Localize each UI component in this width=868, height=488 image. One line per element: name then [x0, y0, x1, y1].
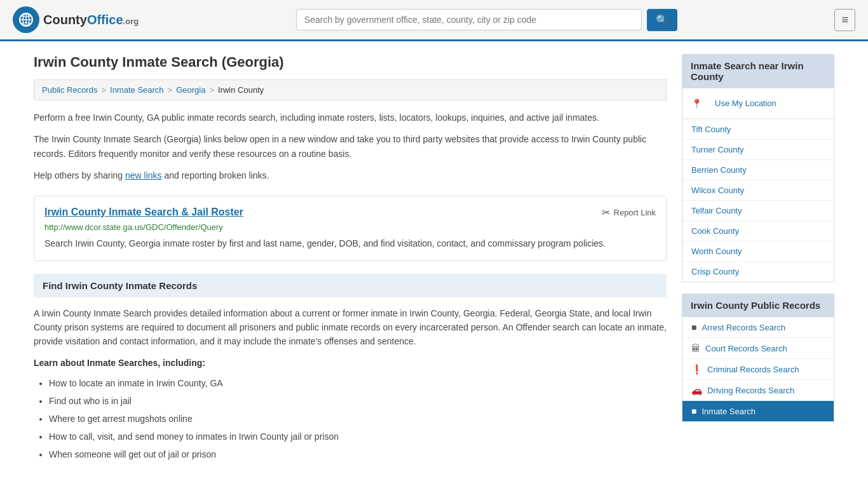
- report-icon: ✂: [602, 207, 610, 219]
- report-link-label: Report Link: [614, 208, 656, 217]
- sidebar: Inmate Search near Irwin County 📍 Use My…: [682, 54, 834, 463]
- sidebar-pr-header: Irwin County Public Records: [682, 294, 834, 317]
- resource-title[interactable]: Irwin County Inmate Search & Jail Roster: [44, 207, 243, 218]
- sidebar-item-cook: Cook County: [682, 221, 834, 241]
- use-location-item: 📍 Use My Location: [682, 88, 834, 119]
- menu-button[interactable]: ≡: [834, 9, 855, 31]
- bullet-item-5: When someone will get out of jail or pri…: [49, 445, 667, 463]
- breadcrumb-inmate-search[interactable]: Inmate Search: [110, 85, 164, 95]
- search-area: 🔍: [296, 9, 677, 31]
- sidebar-link-driving[interactable]: 🚗 Driving Records Search: [682, 380, 834, 400]
- bullet-item-3: Where to get arrest mugshots online: [49, 410, 667, 428]
- sidebar-link-crisp[interactable]: Crisp County: [682, 262, 834, 281]
- new-links-link[interactable]: new links: [125, 170, 162, 180]
- sidebar-item-wilcox: Wilcox County: [682, 180, 834, 201]
- search-input[interactable]: [296, 9, 642, 30]
- sidebar-link-tift[interactable]: Tift County: [682, 119, 834, 139]
- sidebar-link-worth[interactable]: Worth County: [682, 241, 834, 261]
- logo-area: CountyOffice.org: [13, 6, 139, 33]
- breadcrumb-current: Irwin County: [218, 85, 264, 95]
- header: CountyOffice.org 🔍 ≡: [0, 0, 868, 41]
- court-icon: 🏛: [691, 343, 700, 353]
- find-section-text: A Irwin County Inmate Search provides de…: [34, 306, 667, 349]
- sidebar-link-turner[interactable]: Turner County: [682, 140, 834, 159]
- inmate-icon: ■: [691, 406, 696, 416]
- breadcrumb-georgia[interactable]: Georgia: [176, 85, 205, 95]
- search-icon: 🔍: [656, 15, 668, 25]
- breadcrumb-sep-2: >: [168, 85, 173, 95]
- sidebar-pr-inmate: ■ Inmate Search: [682, 401, 834, 421]
- sidebar-link-wilcox[interactable]: Wilcox County: [682, 180, 834, 200]
- criminal-icon: ❗: [691, 364, 702, 374]
- bullet-item-1: How to locate an inmate in Irwin County,…: [49, 374, 667, 392]
- breadcrumb-public-records[interactable]: Public Records: [42, 85, 97, 95]
- learn-heading: Learn about Inmate Searches, including:: [34, 358, 667, 368]
- find-section-header: Find Irwin County Inmate Records: [34, 274, 667, 297]
- sidebar-link-telfair[interactable]: Telfair County: [682, 201, 834, 220]
- driving-label: Driving Records Search: [707, 386, 794, 395]
- resource-card: Irwin County Inmate Search & Jail Roster…: [34, 196, 667, 261]
- sidebar-pr-driving: 🚗 Driving Records Search: [682, 380, 834, 401]
- sidebar-item-berrien: Berrien County: [682, 160, 834, 180]
- content-area: Irwin County Inmate Search (Georgia) Pub…: [34, 54, 667, 463]
- bullet-item-2: Find out who is in jail: [49, 392, 667, 410]
- breadcrumb-sep-3: >: [209, 85, 214, 95]
- sidebar-item-turner: Turner County: [682, 140, 834, 160]
- intro-paragraph-1: Perform a free Irwin County, GA public i…: [34, 111, 667, 125]
- logo-icon: [13, 6, 39, 33]
- arrest-label: Arrest Records Search: [702, 323, 785, 332]
- logo-text: CountyOffice.org: [43, 13, 139, 27]
- intro-3-prefix: Help others by sharing: [34, 170, 125, 180]
- sidebar-link-criminal[interactable]: ❗ Criminal Records Search: [682, 359, 834, 379]
- report-link-button[interactable]: ✂ Report Link: [602, 207, 656, 219]
- driving-icon: 🚗: [691, 385, 702, 395]
- resource-description: Search Irwin County, Georgia inmate rost…: [44, 237, 656, 250]
- main-container: Irwin County Inmate Search (Georgia) Pub…: [21, 41, 847, 476]
- pin-icon: 📍: [691, 98, 702, 109]
- breadcrumb: Public Records > Inmate Search > Georgia…: [34, 79, 667, 100]
- sidebar-link-court[interactable]: 🏛 Court Records Search: [682, 338, 834, 358]
- sidebar-pr-arrest: ■ Arrest Records Search: [682, 317, 834, 338]
- court-label: Court Records Search: [705, 344, 787, 353]
- sidebar-link-arrest[interactable]: ■ Arrest Records Search: [682, 317, 834, 337]
- sidebar-link-inmate[interactable]: ■ Inmate Search: [682, 401, 834, 421]
- sidebar-item-crisp: Crisp County: [682, 262, 834, 281]
- sidebar-link-cook[interactable]: Cook County: [682, 221, 834, 241]
- sidebar-item-tift: Tift County: [682, 119, 834, 140]
- sidebar-pr-list: ■ Arrest Records Search 🏛 Court Records …: [682, 317, 834, 422]
- intro-paragraph-2: The Irwin County Inmate Search (Georgia)…: [34, 132, 667, 161]
- criminal-label: Criminal Records Search: [707, 365, 799, 374]
- bullet-list: How to locate an inmate in Irwin County,…: [34, 374, 667, 463]
- arrest-icon: ■: [691, 322, 696, 332]
- use-location-link[interactable]: Use My Location: [706, 93, 785, 113]
- sidebar-item-telfair: Telfair County: [682, 201, 834, 221]
- inmate-label: Inmate Search: [702, 407, 756, 416]
- page-title: Irwin County Inmate Search (Georgia): [34, 54, 667, 71]
- use-location-container: 📍 Use My Location: [682, 88, 834, 119]
- sidebar-nearby-list: 📍 Use My Location Tift County Turner Cou…: [682, 88, 834, 282]
- breadcrumb-sep-1: >: [101, 85, 106, 95]
- intro-3-suffix: and reporting broken links.: [162, 170, 269, 180]
- resource-card-header: Irwin County Inmate Search & Jail Roster…: [44, 207, 656, 219]
- sidebar-nearby-header: Inmate Search near Irwin County: [682, 54, 834, 88]
- bullet-item-4: How to call, visit, and send money to in…: [49, 428, 667, 445]
- intro-paragraph-3: Help others by sharing new links and rep…: [34, 168, 667, 182]
- sidebar-pr-criminal: ❗ Criminal Records Search: [682, 359, 834, 380]
- sidebar-pr-court: 🏛 Court Records Search: [682, 338, 834, 359]
- search-button[interactable]: 🔍: [647, 9, 677, 31]
- sidebar-link-berrien[interactable]: Berrien County: [682, 160, 834, 180]
- sidebar-item-worth: Worth County: [682, 241, 834, 262]
- menu-icon: ≡: [841, 13, 848, 26]
- resource-url: http://www.dcor.state.ga.us/GDC/Offender…: [44, 222, 656, 232]
